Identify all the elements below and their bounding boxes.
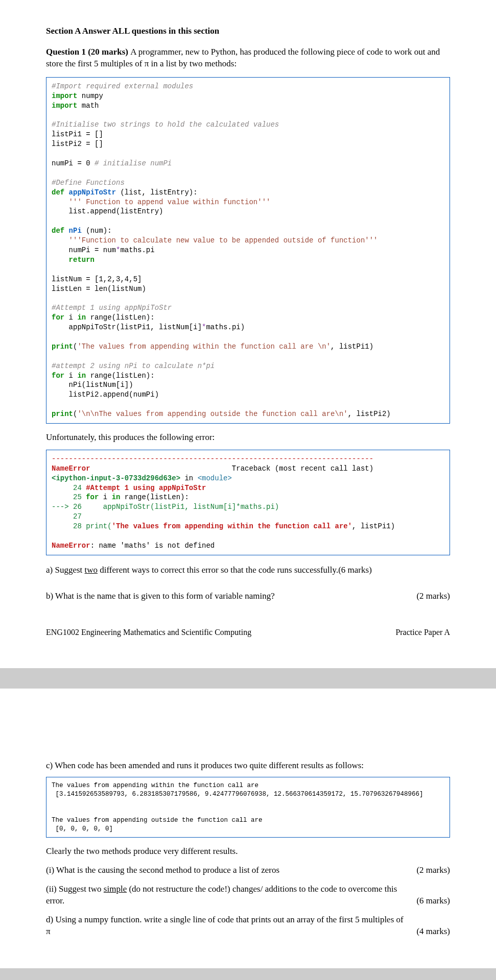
document-page-2: c) When code has been amended and runs i… [0,689,496,968]
page-footer: ENG1002 Engineering Mathematics and Scie… [46,627,450,638]
footer-paper: Practice Paper A [395,627,450,638]
footer-course: ENG1002 Engineering Mathematics and Scie… [46,627,251,638]
question-1c-ii: (ii) Suggest two simple (do not restruct… [46,884,450,907]
code-block-error: ----------------------------------------… [46,450,450,555]
document-page-1: Section A Answer ALL questions in this s… [0,0,496,668]
question-1c-i-marks: (2 marks) [416,865,450,876]
code-block-output: The values from appending within the fun… [46,777,450,838]
question-1-prompt: Question 1 (20 marks) A programmer, new … [46,46,450,70]
question-1d-marks: (4 marks) [416,926,450,938]
question-1c-lead: c) When code has been amended and runs i… [46,760,450,772]
question-1b: b) What is the name that is given to thi… [46,591,450,602]
question-1c-i-text: (i) What is the causing the second metho… [46,865,279,876]
question-1d: d) Using a numpy function. write a singl… [46,914,450,938]
clearly-text: Clearly the two methods produce very dif… [46,846,450,857]
section-a-heading: Section A Answer ALL questions in this s… [46,26,450,37]
question-1d-text: d) Using a numpy function. write a singl… [46,914,406,938]
question-1-lead: Question 1 (20 marks) [46,47,130,57]
question-1b-text: b) What is the name that is given to thi… [46,591,275,602]
error-lead-text: Unfortunately, this produces the followi… [46,432,450,444]
question-1b-marks: (2 marks) [416,591,450,602]
question-1c-i: (i) What is the causing the second metho… [46,865,450,876]
question-1a: a) Suggest two different ways to correct… [46,565,450,576]
question-1c-ii-text: (ii) Suggest two simple (do not restruct… [46,884,406,907]
pi-symbol: π [145,59,149,68]
question-1c-ii-marks: (6 marks) [416,895,450,907]
code-block-source: #Import required external modules import… [46,77,450,424]
question-1-body-b: in a list by two methods: [149,59,237,68]
